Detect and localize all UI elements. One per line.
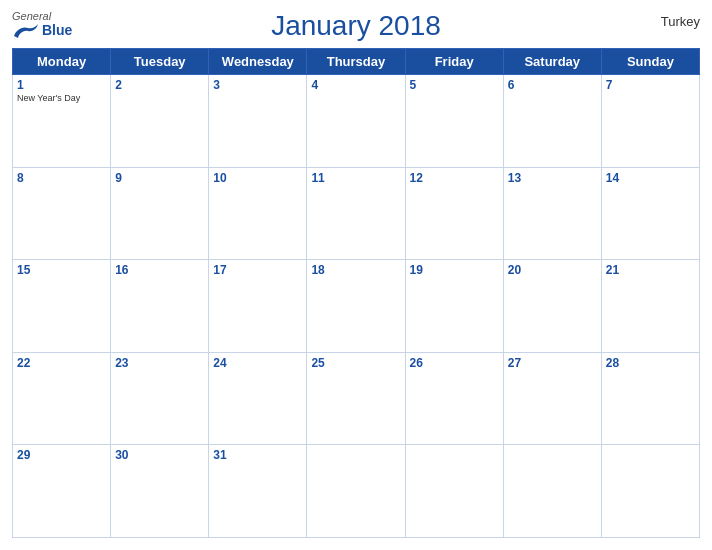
day-number: 22 [17,356,106,370]
calendar-week-row: 15161718192021 [13,260,700,353]
calendar-container: General Blue January 2018 Turkey Monday … [0,0,712,550]
calendar-day-cell: 7 [601,75,699,168]
calendar-day-cell: 30 [111,445,209,538]
header-saturday: Saturday [503,49,601,75]
day-number: 13 [508,171,597,185]
day-number: 23 [115,356,204,370]
calendar-day-cell [307,445,405,538]
weekday-header-row: Monday Tuesday Wednesday Thursday Friday… [13,49,700,75]
calendar-day-cell: 16 [111,260,209,353]
calendar-day-cell: 23 [111,352,209,445]
calendar-day-cell: 3 [209,75,307,168]
day-number: 29 [17,448,106,462]
calendar-day-cell: 5 [405,75,503,168]
calendar-week-row: 891011121314 [13,167,700,260]
calendar-day-cell: 17 [209,260,307,353]
day-number: 18 [311,263,400,277]
day-number: 20 [508,263,597,277]
header-friday: Friday [405,49,503,75]
calendar-week-row: 293031 [13,445,700,538]
day-number: 28 [606,356,695,370]
calendar-week-row: 22232425262728 [13,352,700,445]
calendar-header: General Blue January 2018 Turkey [12,10,700,42]
day-number: 14 [606,171,695,185]
day-number: 4 [311,78,400,92]
calendar-day-cell [601,445,699,538]
calendar-day-cell: 9 [111,167,209,260]
header-sunday: Sunday [601,49,699,75]
day-number: 15 [17,263,106,277]
calendar-day-cell: 27 [503,352,601,445]
calendar-day-cell: 10 [209,167,307,260]
day-number: 5 [410,78,499,92]
calendar-day-cell: 18 [307,260,405,353]
logo-general-text: General [12,10,72,22]
day-number: 31 [213,448,302,462]
day-number: 24 [213,356,302,370]
day-number: 1 [17,78,106,92]
calendar-day-cell: 12 [405,167,503,260]
day-number: 7 [606,78,695,92]
logo-bird-icon [12,22,40,40]
calendar-day-cell: 21 [601,260,699,353]
calendar-week-row: 1New Year's Day234567 [13,75,700,168]
day-number: 17 [213,263,302,277]
day-number: 8 [17,171,106,185]
holiday-label: New Year's Day [17,93,106,103]
day-number: 10 [213,171,302,185]
calendar-day-cell: 2 [111,75,209,168]
calendar-day-cell [405,445,503,538]
day-number: 30 [115,448,204,462]
calendar-day-cell: 15 [13,260,111,353]
calendar-day-cell: 22 [13,352,111,445]
day-number: 3 [213,78,302,92]
logo-blue-text: Blue [42,23,72,38]
calendar-day-cell: 19 [405,260,503,353]
day-number: 11 [311,171,400,185]
calendar-day-cell: 14 [601,167,699,260]
day-number: 25 [311,356,400,370]
header-thursday: Thursday [307,49,405,75]
day-number: 2 [115,78,204,92]
country-label: Turkey [661,14,700,29]
calendar-day-cell: 24 [209,352,307,445]
calendar-day-cell: 8 [13,167,111,260]
calendar-day-cell: 25 [307,352,405,445]
day-number: 16 [115,263,204,277]
calendar-day-cell: 31 [209,445,307,538]
calendar-day-cell: 28 [601,352,699,445]
calendar-day-cell: 26 [405,352,503,445]
calendar-day-cell: 1New Year's Day [13,75,111,168]
day-number: 26 [410,356,499,370]
calendar-day-cell: 20 [503,260,601,353]
header-monday: Monday [13,49,111,75]
calendar-day-cell: 6 [503,75,601,168]
calendar-day-cell: 4 [307,75,405,168]
logo: General Blue [12,10,72,40]
day-number: 19 [410,263,499,277]
calendar-table: Monday Tuesday Wednesday Thursday Friday… [12,48,700,538]
day-number: 9 [115,171,204,185]
calendar-day-cell [503,445,601,538]
day-number: 21 [606,263,695,277]
calendar-day-cell: 29 [13,445,111,538]
header-wednesday: Wednesday [209,49,307,75]
calendar-day-cell: 11 [307,167,405,260]
header-tuesday: Tuesday [111,49,209,75]
day-number: 6 [508,78,597,92]
calendar-title: January 2018 [271,10,441,42]
day-number: 12 [410,171,499,185]
day-number: 27 [508,356,597,370]
calendar-day-cell: 13 [503,167,601,260]
